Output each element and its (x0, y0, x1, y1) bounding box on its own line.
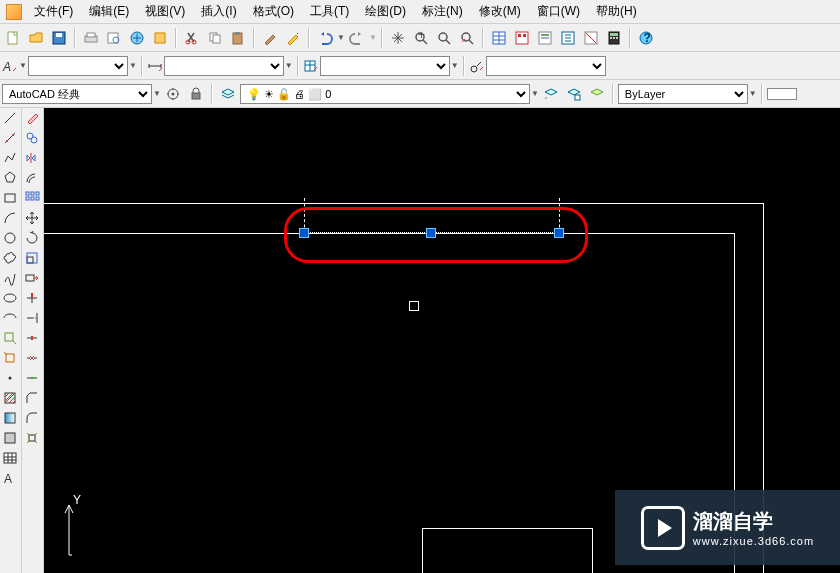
color-dropdown-icon[interactable]: ▼ (749, 89, 757, 98)
layer-properties-button[interactable] (217, 83, 239, 105)
offset-button[interactable] (22, 168, 42, 188)
erase-button[interactable] (22, 108, 42, 128)
linetype-preview (767, 88, 797, 100)
svg-rect-29 (610, 33, 618, 36)
rectangle-button[interactable] (0, 188, 20, 208)
menu-edit[interactable]: 编辑(E) (81, 0, 137, 24)
layer-isolate-button[interactable] (586, 83, 608, 105)
markup-button[interactable] (580, 27, 602, 49)
menu-view[interactable]: 视图(V) (137, 0, 193, 24)
stretch-button[interactable] (22, 268, 42, 288)
menu-window[interactable]: 窗口(W) (529, 0, 588, 24)
join-button[interactable] (22, 368, 42, 388)
region-button[interactable] (0, 428, 20, 448)
drawing-canvas[interactable]: Y 溜溜自学 www.zixue.3d66.com (44, 108, 840, 573)
layer-combo[interactable]: 💡 ☀ 🔓 🖨 ⬜ 0 (240, 84, 530, 104)
plot-preview-button[interactable] (103, 27, 125, 49)
redo-dropdown-icon[interactable]: ▼ (369, 33, 377, 42)
polyline-button[interactable] (0, 148, 20, 168)
ellipse-arc-button[interactable] (0, 308, 20, 328)
mtext-button[interactable]: A (0, 468, 20, 488)
insert-block-button[interactable] (0, 328, 20, 348)
extend-button[interactable] (22, 308, 42, 328)
quickcalc-button[interactable] (603, 27, 625, 49)
svg-rect-63 (27, 257, 33, 263)
spline-button[interactable] (0, 268, 20, 288)
undo-button[interactable] (314, 27, 336, 49)
scale-button[interactable] (22, 248, 42, 268)
color-combo[interactable]: ByLayer (618, 84, 748, 104)
menu-insert[interactable]: 插入(I) (193, 0, 244, 24)
menu-draw[interactable]: 绘图(D) (357, 0, 414, 24)
trim-button[interactable] (22, 288, 42, 308)
workspace-lock-button[interactable] (185, 83, 207, 105)
zoom-previous-button[interactable] (433, 27, 455, 49)
menu-file[interactable]: 文件(F) (26, 0, 81, 24)
zoom-realtime-button[interactable]: + (410, 27, 432, 49)
workspace-combo[interactable]: AutoCAD 经典 (2, 84, 152, 104)
table-button[interactable] (0, 448, 20, 468)
break-at-point-button[interactable] (22, 328, 42, 348)
ellipse-button[interactable] (0, 288, 20, 308)
gradient-button[interactable] (0, 408, 20, 428)
textstyle-dropdown-icon-2[interactable]: ▼ (129, 61, 137, 70)
menu-tools[interactable]: 工具(T) (302, 0, 357, 24)
table-style-combo[interactable] (320, 56, 450, 76)
publish-button[interactable] (126, 27, 148, 49)
chamfer-button[interactable] (22, 388, 42, 408)
textstyle-dropdown-icon[interactable]: ▼ (19, 61, 27, 70)
move-button[interactable] (22, 208, 42, 228)
polygon-button[interactable] (0, 168, 20, 188)
menu-help[interactable]: 帮助(H) (588, 0, 645, 24)
copy-object-button[interactable] (22, 128, 42, 148)
paste-button[interactable] (227, 27, 249, 49)
menu-dimension[interactable]: 标注(N) (414, 0, 471, 24)
layer-state-button[interactable] (563, 83, 585, 105)
undo-dropdown-icon[interactable]: ▼ (337, 33, 345, 42)
point-button[interactable] (0, 368, 20, 388)
svg-rect-24 (541, 34, 549, 36)
menu-modify[interactable]: 修改(M) (471, 0, 529, 24)
block-editor-button[interactable] (282, 27, 304, 49)
make-block-button[interactable] (0, 348, 20, 368)
design-center-button[interactable] (511, 27, 533, 49)
break-button[interactable] (22, 348, 42, 368)
layerlist-dropdown-icon[interactable]: ▼ (531, 89, 539, 98)
help-button[interactable]: ? (635, 27, 657, 49)
array-button[interactable] (22, 188, 42, 208)
pan-button[interactable] (387, 27, 409, 49)
open-button[interactable] (25, 27, 47, 49)
play-icon (641, 506, 685, 550)
explode-button[interactable] (22, 428, 42, 448)
new-button[interactable] (2, 27, 24, 49)
dimstyle-dropdown-icon[interactable]: ▼ (285, 61, 293, 70)
zoom-window-button[interactable] (456, 27, 478, 49)
tool-palettes-button[interactable] (534, 27, 556, 49)
sheet-set-button[interactable] (557, 27, 579, 49)
match-properties-button[interactable] (259, 27, 281, 49)
cut-button[interactable] (181, 27, 203, 49)
line-button[interactable] (0, 108, 20, 128)
plot-button[interactable] (80, 27, 102, 49)
fillet-button[interactable] (22, 408, 42, 428)
workspace-settings-button[interactable] (162, 83, 184, 105)
properties-button[interactable] (488, 27, 510, 49)
hatch-button[interactable] (0, 388, 20, 408)
construction-line-button[interactable] (0, 128, 20, 148)
rotate-button[interactable] (22, 228, 42, 248)
save-button[interactable] (48, 27, 70, 49)
3ddwf-button[interactable] (149, 27, 171, 49)
tablestyle-dropdown-icon[interactable]: ▼ (451, 61, 459, 70)
menu-format[interactable]: 格式(O) (245, 0, 302, 24)
circle-button[interactable] (0, 228, 20, 248)
layer-previous-button[interactable] (540, 83, 562, 105)
text-style-combo[interactable] (28, 56, 128, 76)
copy-button[interactable] (204, 27, 226, 49)
revision-cloud-button[interactable] (0, 248, 20, 268)
arc-button[interactable] (0, 208, 20, 228)
dim-style-combo[interactable] (164, 56, 284, 76)
mirror-button[interactable] (22, 148, 42, 168)
mleader-style-combo[interactable] (486, 56, 606, 76)
redo-button[interactable] (346, 27, 368, 49)
workspace-dropdown-icon[interactable]: ▼ (153, 89, 161, 98)
